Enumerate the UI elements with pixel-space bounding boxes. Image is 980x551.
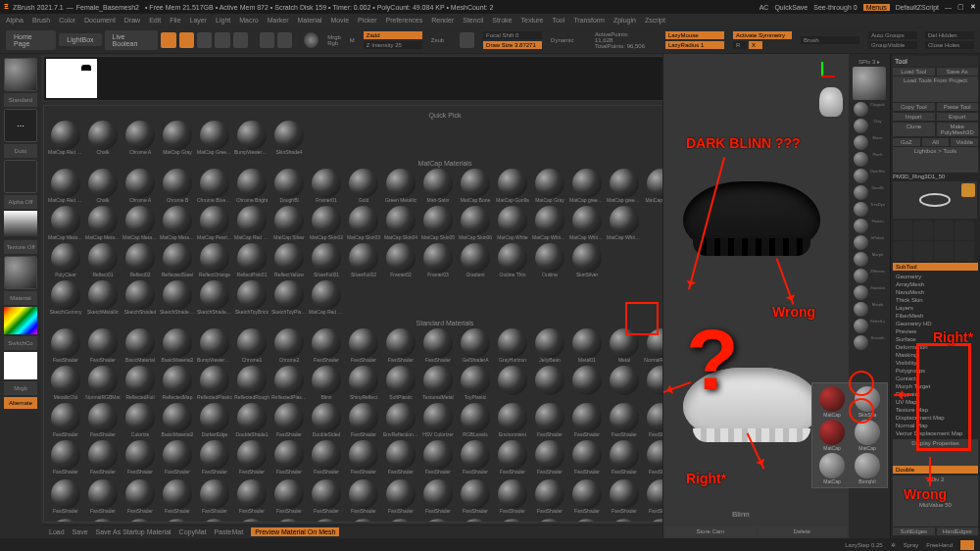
brush-smooth[interactable] <box>854 335 868 350</box>
brush-morph2[interactable] <box>854 302 868 317</box>
menu-displacement-map[interactable]: Displacement Map <box>893 414 978 422</box>
material-ShinyReflect[interactable]: ShinyReflect <box>346 366 381 403</box>
material-DoubleShade1[interactable]: DoubleShade1 <box>234 403 270 440</box>
material-SketchShaded01[interactable]: SketchShaded01 <box>160 280 195 318</box>
material-Chrome1[interactable]: Chrome1 <box>234 328 270 366</box>
material-Metal01[interactable]: Metal01 <box>569 328 605 366</box>
m-btn[interactable]: M <box>350 37 355 43</box>
seethrough-slider[interactable]: See-through 0 <box>813 4 857 11</box>
material-JellyBean[interactable]: JellyBean <box>532 328 567 366</box>
delhidden-btn[interactable]: Del Hidden <box>925 31 974 39</box>
material-SketchShaded[interactable]: SketchShaded <box>122 280 158 318</box>
tool-slot-7[interactable] <box>955 241 974 261</box>
material-Green Metallic[interactable]: Green Metallic <box>383 169 418 206</box>
material-BasicMaterial2[interactable]: BasicMaterial2 <box>160 403 195 440</box>
menu-marker[interactable]: Marker <box>268 17 289 24</box>
material-fastshader[interactable]: FastShader <box>532 440 567 477</box>
menu-alpha[interactable]: Alpha <box>6 17 24 24</box>
material-ReflectPink01[interactable]: ReflectPink01 <box>234 243 270 280</box>
mini-matcap-6[interactable]: BumpVi <box>851 453 884 484</box>
material-fastshader[interactable]: FastShader <box>48 440 83 477</box>
material-Blinn[interactable]: Blinn <box>309 366 344 403</box>
draw-icon[interactable] <box>179 32 194 48</box>
material-MatCap Metal02[interactable]: MatCap Metal02 <box>85 206 121 243</box>
material-MatCap Metal01[interactable]: MatCap Metal01 <box>48 206 83 243</box>
rotate-icon[interactable] <box>233 32 248 48</box>
material-Chrome A[interactable]: Chrome A <box>122 121 158 158</box>
material-GelShaderA[interactable]: GelShaderA <box>458 328 493 366</box>
menu-polygroups[interactable]: Polygroups <box>893 367 978 375</box>
material-SkinShade4[interactable]: SkinShade4 <box>271 121 307 158</box>
material-Reflect01[interactable]: Reflect01 <box>85 243 121 280</box>
material-MatCap Gray[interactable]: MatCap Gray <box>160 121 195 158</box>
softedges-btn[interactable]: SoftEdges <box>893 527 935 535</box>
material-SketchToyPlastic[interactable]: SketchToyPlastic <box>271 280 307 318</box>
brush-label[interactable]: Brush <box>801 36 859 44</box>
material-FastShader[interactable]: FastShader <box>271 403 307 440</box>
drawsize-slider[interactable]: Draw Size 3.87271 <box>483 41 542 49</box>
copytool-btn[interactable]: Copy Tool <box>893 103 935 111</box>
tool-slot-3[interactable] <box>955 221 974 240</box>
material-Mah-Satin[interactable]: Mah-Satin <box>420 169 456 206</box>
scale-icon[interactable] <box>215 32 229 48</box>
material-fastshader[interactable]: FastShader <box>48 479 83 517</box>
material-EnvReflection01[interactable]: EnvReflection01 <box>383 403 418 440</box>
tool-slot-5[interactable] <box>913 241 933 261</box>
menu-deformation[interactable]: Deformation <box>893 343 978 351</box>
material-slot[interactable] <box>532 366 567 403</box>
mini-matcap-1[interactable]: MatCap <box>815 386 849 418</box>
material-fastshader[interactable]: FastShader <box>346 440 381 477</box>
move-icon[interactable] <box>197 32 212 48</box>
menu-nanomesh[interactable]: NanoMesh <box>893 288 978 296</box>
material-fastshader[interactable]: FastShader <box>160 440 195 477</box>
material-fastshader[interactable]: FastShader <box>309 479 344 517</box>
all-btn[interactable]: All <box>922 138 950 146</box>
lazyradius-slider[interactable]: LazyRadius 1 <box>665 41 724 49</box>
material-MatCap White Ca[interactable]: MatCap White Ca <box>569 206 605 243</box>
menu-texture-map[interactable]: Texture Map <box>893 406 978 414</box>
x-btn[interactable]: X <box>749 41 762 49</box>
material-Framer01[interactable]: Framer01 <box>309 169 344 206</box>
sdiv-slider[interactable]: SDiv 2 <box>893 476 978 501</box>
quicksave-btn[interactable]: QuickSave <box>774 4 808 11</box>
material-fastshader[interactable]: FastShader <box>420 479 456 517</box>
material-fastshader[interactable]: FastShader <box>234 479 270 517</box>
brush-trimdyn[interactable] <box>854 202 868 217</box>
material-fastshader[interactable]: FastShader <box>383 519 418 523</box>
sculptris-icon[interactable] <box>277 32 292 48</box>
material-MatCap green01[interactable]: MatCap green01 <box>569 169 605 206</box>
material-MatCap Skin06[interactable]: MatCap Skin06 <box>458 206 493 243</box>
material-DarkerEdge[interactable]: DarkerEdge <box>197 403 232 440</box>
material-fastshader[interactable]: FastShader <box>420 519 456 523</box>
tool-slot-6[interactable] <box>934 241 954 261</box>
material-Chalk[interactable]: Chalk <box>85 169 121 206</box>
material-fastshader[interactable]: FastShader <box>420 440 456 477</box>
menu-picker[interactable]: Picker <box>358 17 376 24</box>
material-RGBLevels[interactable]: RGBLevels <box>458 403 493 440</box>
material-fastshader[interactable]: FastShader <box>48 519 83 523</box>
zsub-btn[interactable]: Zsub <box>431 37 444 43</box>
material-Metal[interactable]: Metal <box>607 328 642 366</box>
brush-move[interactable] <box>854 135 868 150</box>
material-fastshader[interactable]: FastShader <box>160 519 195 523</box>
axis-gizmo[interactable] <box>821 58 845 81</box>
gizmo-icon[interactable] <box>260 32 274 48</box>
material-MatCap White[interactable]: MatCap White <box>495 206 530 243</box>
simplebrush-icon[interactable] <box>961 183 975 197</box>
material-SketchMetallic[interactable]: SketchMetallic <box>85 280 121 318</box>
r-btn[interactable]: R <box>733 41 747 49</box>
load-btn[interactable]: Load <box>49 528 65 535</box>
zintensity-slider[interactable]: Z Intensity 25 <box>364 41 422 49</box>
hardedges-btn[interactable]: HardEdges <box>937 527 979 535</box>
menu-zscript[interactable]: Zscript <box>645 17 665 24</box>
material-fastshader[interactable]: FastShader <box>234 440 270 477</box>
tool-slot-0[interactable] <box>893 221 912 240</box>
material-NormalRGBMat[interactable]: NormalRGBMat <box>85 366 121 403</box>
material-Gold[interactable]: Gold <box>346 169 381 206</box>
material-ReflectYellow[interactable]: ReflectYellow <box>271 243 307 280</box>
pastemat-btn[interactable]: PasteMat <box>215 528 244 535</box>
tab-lightbox[interactable]: LightBox <box>59 33 101 46</box>
activatesym-btn[interactable]: Activate Symmetry <box>733 31 792 39</box>
alpha-swatch[interactable] <box>4 160 37 193</box>
material-Environment[interactable]: Environment <box>495 403 530 440</box>
